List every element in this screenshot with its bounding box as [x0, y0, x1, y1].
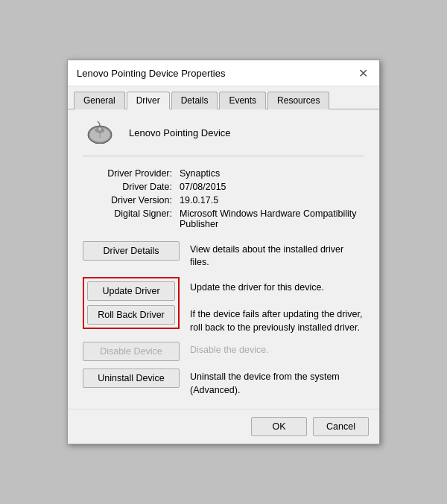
uninstall-device-description: Uninstall the device from the system (Ad…: [190, 369, 364, 397]
driver-info-table: Driver Provider: Synaptics Driver Date: …: [83, 168, 364, 229]
device-header: Lenovo Pointing Device: [83, 121, 364, 156]
uninstall-device-row: Uninstall Device Uninstall the device fr…: [83, 369, 364, 397]
update-rollback-row: Update Driver Roll Back Driver Update th…: [83, 277, 364, 335]
driver-details-row: Driver Details View details about the in…: [83, 241, 364, 269]
driver-details-button[interactable]: Driver Details: [83, 241, 180, 261]
info-row-provider: Driver Provider: Synaptics: [83, 168, 364, 179]
uninstall-device-button[interactable]: Uninstall Device: [83, 369, 180, 388]
cancel-button[interactable]: Cancel: [313, 417, 369, 436]
dialog-footer: OK Cancel: [68, 409, 379, 444]
dialog-title: Lenovo Pointing Device Properties: [77, 68, 225, 79]
info-label-version: Driver Version:: [83, 195, 180, 205]
close-button[interactable]: ✕: [355, 66, 370, 81]
ok-button[interactable]: OK: [251, 417, 307, 436]
info-row-signer: Digital Signer: Microsoft Windows Hardwa…: [83, 208, 364, 229]
info-value-signer: Microsoft Windows Hardware Compatibility…: [180, 208, 364, 229]
tabs-bar: General Driver Details Events Resources: [68, 86, 379, 109]
device-name: Lenovo Pointing Device: [129, 127, 231, 138]
tab-content: Lenovo Pointing Device Driver Provider: …: [68, 109, 379, 409]
info-label-provider: Driver Provider:: [83, 168, 180, 179]
update-driver-button[interactable]: Update Driver: [87, 281, 175, 301]
disable-device-button[interactable]: Disable Device: [83, 342, 180, 361]
info-value-date: 07/08/2015: [180, 182, 364, 192]
title-bar: Lenovo Pointing Device Properties ✕: [68, 60, 379, 86]
info-row-date: Driver Date: 07/08/2015: [83, 182, 364, 192]
info-row-version: Driver Version: 19.0.17.5: [83, 195, 364, 205]
disable-device-row: Disable Device Disable the device.: [83, 342, 364, 361]
update-driver-description: Update the driver for this device.: [190, 279, 364, 295]
tab-events[interactable]: Events: [219, 92, 266, 109]
driver-details-description: View details about the installed driver …: [190, 241, 364, 269]
update-rollback-descriptions: Update the driver for this device. If th…: [190, 277, 364, 335]
info-label-signer: Digital Signer:: [83, 208, 180, 229]
device-icon: [83, 121, 118, 145]
roll-back-driver-button[interactable]: Roll Back Driver: [87, 305, 175, 325]
tab-details[interactable]: Details: [171, 92, 218, 109]
info-value-provider: Synaptics: [180, 168, 364, 179]
tab-driver[interactable]: Driver: [127, 92, 170, 109]
info-label-date: Driver Date:: [83, 182, 180, 192]
roll-back-description: If the device fails after updating the d…: [190, 306, 364, 334]
info-value-version: 19.0.17.5: [180, 195, 364, 205]
tab-general[interactable]: General: [74, 92, 125, 109]
disable-device-description: Disable the device.: [190, 342, 364, 357]
update-rollback-group: Update Driver Roll Back Driver: [83, 277, 180, 329]
tab-resources[interactable]: Resources: [267, 92, 329, 109]
dialog-window: Lenovo Pointing Device Properties ✕ Gene…: [67, 60, 380, 445]
svg-point-6: [98, 127, 101, 130]
action-buttons: Driver Details View details about the in…: [83, 241, 364, 398]
